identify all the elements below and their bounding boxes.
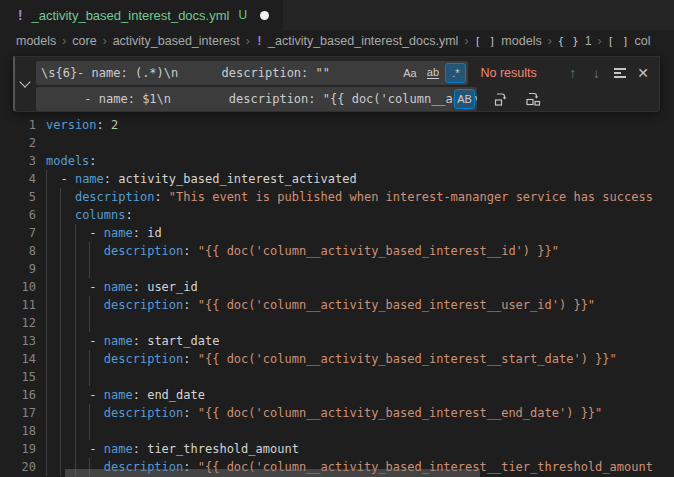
code-token: : bbox=[89, 154, 96, 168]
indent-guide bbox=[46, 458, 47, 476]
indent-guide bbox=[75, 314, 76, 332]
code-token: columns bbox=[75, 208, 126, 222]
code-line[interactable]: description: "{{ doc('column__activity_b… bbox=[46, 296, 674, 314]
breadcrumb-item[interactable]: { }1 bbox=[558, 34, 592, 48]
code-token: "This event is published when interest-m… bbox=[169, 190, 653, 204]
line-number: 19 bbox=[0, 440, 36, 458]
horizontal-scrollbar[interactable] bbox=[65, 469, 480, 477]
breadcrumb-item[interactable]: [ ]col bbox=[608, 34, 651, 48]
symbol-array-icon: [ ] bbox=[474, 35, 496, 47]
chevron-down-icon bbox=[19, 76, 30, 87]
line-number-gutter: 1234567891011121314151617181920 bbox=[0, 116, 36, 476]
code-token: : bbox=[183, 298, 197, 312]
indent-guide bbox=[60, 296, 61, 314]
breadcrumb-label: col bbox=[635, 34, 651, 48]
code-token: description bbox=[104, 352, 183, 366]
replace-input[interactable]: - name: $1\n description: "{{ doc('colum… bbox=[36, 87, 477, 111]
replace-all-button[interactable] bbox=[521, 88, 545, 110]
code-token: tier_threshold_amount bbox=[147, 442, 299, 456]
regex-button[interactable]: .* bbox=[445, 63, 466, 83]
breadcrumb-item[interactable]: core bbox=[72, 34, 96, 48]
line-number: 1 bbox=[0, 116, 36, 134]
unsaved-changes-icon[interactable] bbox=[260, 11, 269, 20]
code-token: description bbox=[104, 406, 183, 420]
next-match-button[interactable]: ↓ bbox=[584, 62, 608, 84]
replace-button[interactable] bbox=[489, 88, 513, 110]
code-line[interactable] bbox=[46, 314, 674, 332]
line-number: 14 bbox=[0, 350, 36, 368]
indent-guide bbox=[60, 224, 61, 242]
code-token: 2 bbox=[111, 118, 118, 132]
breadcrumb: models›core›activity_based_interest›!_ac… bbox=[0, 30, 674, 52]
breadcrumb-item[interactable]: !_activity_based_interest_docs.yml bbox=[256, 34, 459, 48]
code-line[interactable]: columns: bbox=[46, 206, 674, 224]
line-number: 7 bbox=[0, 224, 36, 242]
code-line[interactable]: version: 2 bbox=[46, 116, 674, 134]
indent-guide bbox=[60, 242, 61, 260]
code-token: : bbox=[183, 244, 197, 258]
indent-guide bbox=[46, 422, 47, 440]
close-find-button[interactable]: ✕ bbox=[631, 62, 655, 84]
indent-guide bbox=[60, 332, 61, 350]
indent-guide bbox=[46, 332, 47, 350]
match-case-button[interactable]: Aa bbox=[399, 63, 420, 83]
whole-word-button[interactable]: ab bbox=[422, 63, 443, 83]
yaml-file-icon: ! bbox=[16, 7, 24, 23]
tab-active-file[interactable]: ! _activity_based_interest_docs.yml U bbox=[0, 0, 283, 30]
code-line[interactable] bbox=[46, 422, 674, 440]
code-line[interactable]: - name: id bbox=[46, 224, 674, 242]
indent-guide bbox=[60, 314, 61, 332]
indent-guide bbox=[46, 278, 47, 296]
line-number: 18 bbox=[0, 422, 36, 440]
code-token: : bbox=[183, 352, 197, 366]
indent-guide bbox=[60, 350, 61, 368]
indent-guide bbox=[46, 170, 47, 188]
toggle-replace-button[interactable] bbox=[15, 57, 35, 111]
code-line[interactable] bbox=[46, 368, 674, 386]
breadcrumb-item[interactable]: activity_based_interest bbox=[113, 34, 240, 48]
indent-guide bbox=[75, 386, 76, 404]
indent-guide bbox=[46, 188, 47, 206]
breadcrumb-item[interactable]: [ ]models bbox=[474, 34, 541, 48]
line-number: 9 bbox=[0, 260, 36, 278]
indent-guide bbox=[89, 368, 90, 386]
previous-match-button[interactable]: ↑ bbox=[561, 62, 585, 84]
yaml-file-icon: ! bbox=[256, 34, 263, 48]
code-line[interactable]: - name: end_date bbox=[46, 386, 674, 404]
code-line[interactable] bbox=[46, 134, 674, 152]
code-line[interactable]: description: "This event is published wh… bbox=[46, 188, 674, 206]
git-status-badge: U bbox=[238, 8, 247, 22]
code-token: - bbox=[46, 172, 75, 186]
replace-input-value: - name: $1\n description: "{{ doc('colum… bbox=[41, 92, 477, 106]
indent-guide bbox=[46, 314, 47, 332]
indent-guide bbox=[60, 188, 61, 206]
code-line[interactable]: models: bbox=[46, 152, 674, 170]
code-line[interactable]: - name: activity_based_interest_activate… bbox=[46, 170, 674, 188]
chevron-right-icon: › bbox=[548, 34, 552, 48]
indent-guide bbox=[46, 206, 47, 224]
code-line[interactable]: description: "{{ doc('column__activity_b… bbox=[46, 404, 674, 422]
code-line[interactable]: description: "{{ doc('column__activity_b… bbox=[46, 242, 674, 260]
code-token: description bbox=[75, 190, 154, 204]
chevron-right-icon: › bbox=[598, 34, 602, 48]
find-in-selection-button[interactable] bbox=[608, 62, 632, 84]
preserve-case-button[interactable]: AB bbox=[454, 89, 475, 109]
line-number: 8 bbox=[0, 242, 36, 260]
code-line[interactable]: description: "{{ doc('column__activity_b… bbox=[46, 350, 674, 368]
code-token: : bbox=[133, 442, 147, 456]
chevron-right-icon: › bbox=[103, 34, 107, 48]
code-token: "{{ doc('column__activity_based_interest… bbox=[198, 244, 559, 258]
editor-pane[interactable]: 1234567891011121314151617181920 version:… bbox=[0, 52, 674, 477]
code-line[interactable]: - name: tier_threshold_amount bbox=[46, 440, 674, 458]
code-line[interactable]: - name: user_id bbox=[46, 278, 674, 296]
line-number: 16 bbox=[0, 386, 36, 404]
find-input[interactable]: \s{6}- name: (.*)\n description: "" Aa a… bbox=[36, 61, 468, 85]
breadcrumb-item[interactable]: models bbox=[16, 34, 56, 48]
code-area[interactable]: version: 2models: - name: activity_based… bbox=[46, 116, 674, 476]
code-line[interactable] bbox=[46, 260, 674, 278]
code-token: : bbox=[133, 280, 147, 294]
code-line[interactable]: - name: start_date bbox=[46, 332, 674, 350]
indent-guide bbox=[75, 242, 76, 260]
find-input-value: \s{6}- name: (.*)\n description: "" bbox=[41, 66, 330, 80]
tab-filename: _activity_based_interest_docs.yml bbox=[31, 8, 229, 23]
